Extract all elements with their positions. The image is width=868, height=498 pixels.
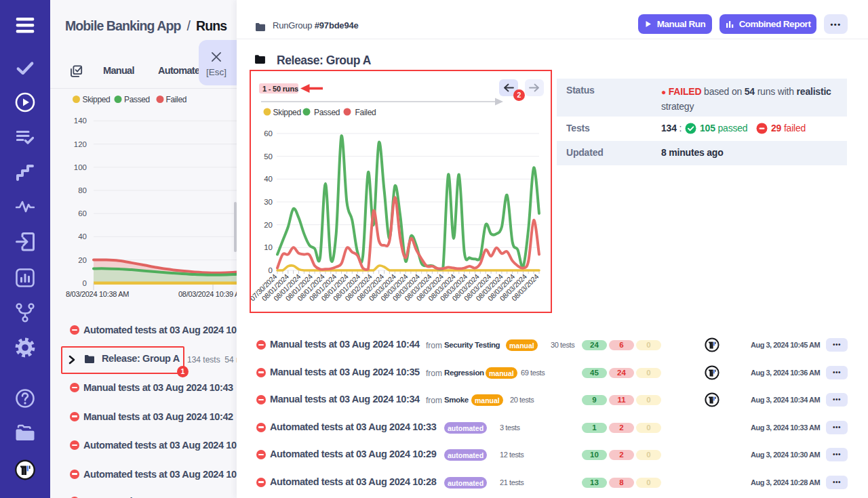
svg-text:100: 100 bbox=[74, 163, 87, 171]
svg-text:8/03/2024 10:38 AM: 8/03/2024 10:38 AM bbox=[66, 290, 129, 298]
svg-text:40: 40 bbox=[78, 232, 87, 241]
svg-text:140: 140 bbox=[74, 117, 87, 125]
svg-text:Skipped: Skipped bbox=[83, 95, 111, 104]
svg-text:Failed: Failed bbox=[166, 95, 187, 104]
svg-text:20: 20 bbox=[78, 256, 87, 264]
svg-text:80: 80 bbox=[78, 186, 87, 194]
svg-text:120: 120 bbox=[74, 140, 87, 148]
svg-text:0: 0 bbox=[83, 279, 87, 287]
svg-text:Passed: Passed bbox=[124, 95, 150, 104]
svg-text:08/03/2024 10:39 AM: 08/03/2024 10:39 AM bbox=[178, 290, 237, 298]
svg-text:60: 60 bbox=[78, 209, 87, 217]
